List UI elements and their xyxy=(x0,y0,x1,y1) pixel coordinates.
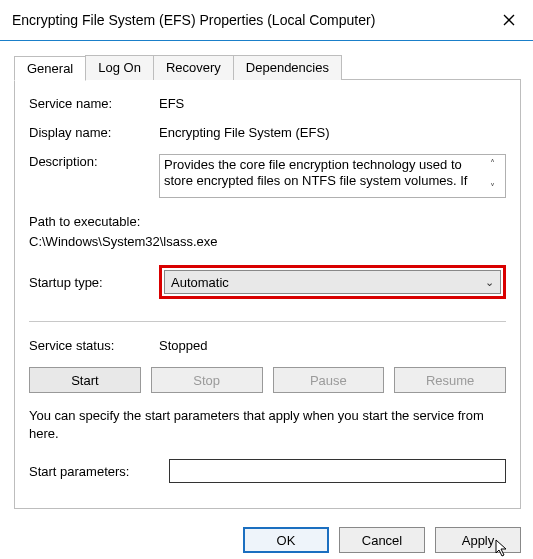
startup-type-value: Automatic xyxy=(171,275,229,290)
start-parameters-input[interactable] xyxy=(169,459,506,483)
ok-button[interactable]: OK xyxy=(243,527,329,553)
tab-general[interactable]: General xyxy=(14,56,86,81)
start-parameters-label: Start parameters: xyxy=(29,464,169,479)
general-panel: Service name: EFS Display name: Encrypti… xyxy=(14,79,521,509)
cancel-button[interactable]: Cancel xyxy=(339,527,425,553)
startup-highlight: Automatic ⌄ xyxy=(159,265,506,299)
tab-recovery[interactable]: Recovery xyxy=(153,55,234,80)
pause-button: Pause xyxy=(273,367,385,393)
tab-dependencies[interactable]: Dependencies xyxy=(233,55,342,80)
startup-type-label: Startup type: xyxy=(29,275,159,290)
description-scrollbar[interactable]: ˄ ˅ xyxy=(483,157,501,195)
divider xyxy=(29,321,506,322)
startup-type-select[interactable]: Automatic ⌄ xyxy=(164,270,501,294)
tab-logon[interactable]: Log On xyxy=(85,55,154,80)
display-name-label: Display name: xyxy=(29,125,159,140)
display-name-value: Encrypting File System (EFS) xyxy=(159,125,506,140)
service-name-value: EFS xyxy=(159,96,506,111)
window-title: Encrypting File System (EFS) Properties … xyxy=(12,12,375,28)
service-status-label: Service status: xyxy=(29,338,159,353)
parameters-note: You can specify the start parameters tha… xyxy=(29,407,506,443)
description-label: Description: xyxy=(29,154,159,169)
dialog-footer: OK Cancel Apply xyxy=(243,527,521,553)
scroll-down-icon[interactable]: ˅ xyxy=(490,183,495,193)
close-button[interactable] xyxy=(497,8,521,32)
tab-strip: General Log On Recovery Dependencies xyxy=(14,55,533,80)
start-button[interactable]: Start xyxy=(29,367,141,393)
stop-button: Stop xyxy=(151,367,263,393)
path-value: C:\Windows\System32\lsass.exe xyxy=(29,232,506,252)
apply-button[interactable]: Apply xyxy=(435,527,521,553)
description-text: Provides the core file encryption techno… xyxy=(164,157,483,195)
scroll-up-icon[interactable]: ˄ xyxy=(490,159,495,169)
service-name-label: Service name: xyxy=(29,96,159,111)
titlebar: Encrypting File System (EFS) Properties … xyxy=(0,0,533,41)
description-box: Provides the core file encryption techno… xyxy=(159,154,506,198)
resume-button: Resume xyxy=(394,367,506,393)
close-icon xyxy=(503,14,515,26)
path-label: Path to executable: xyxy=(29,212,506,232)
service-status-value: Stopped xyxy=(159,338,506,353)
chevron-down-icon: ⌄ xyxy=(485,276,494,289)
